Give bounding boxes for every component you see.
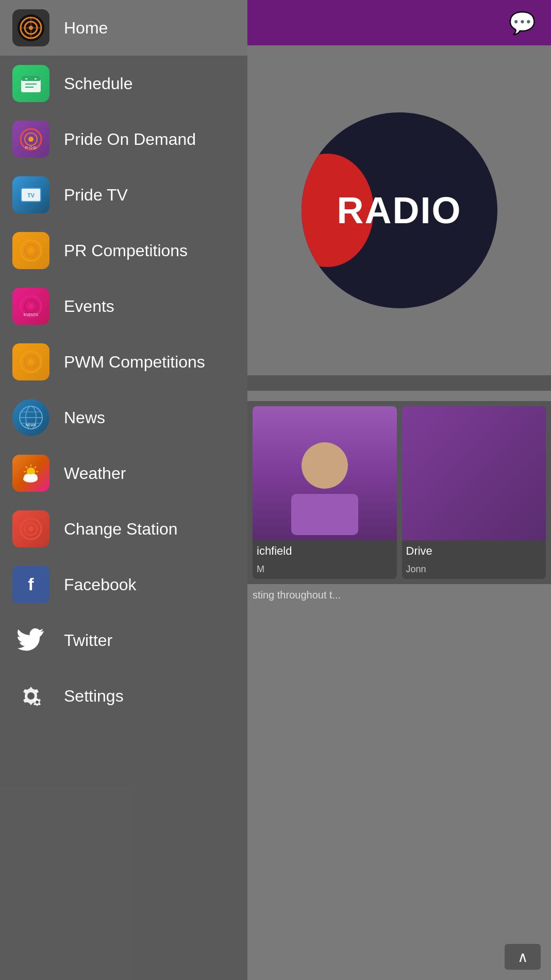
svg-line-42 — [35, 467, 36, 468]
svg-point-52 — [27, 692, 35, 700]
card-2-image — [402, 406, 546, 540]
menu-item-pwm-competitions[interactable]: PWM Competitions — [0, 334, 247, 390]
person-1-placeholder — [253, 406, 397, 540]
menu-label-weather: Weather — [64, 464, 126, 483]
menu-item-events[interactable]: EVENTS Events — [0, 278, 247, 334]
svg-text:TV: TV — [27, 192, 35, 198]
twitter-icon — [12, 622, 49, 659]
svg-text:NEWS: NEWS — [26, 423, 37, 427]
menu-label-events: Events — [64, 297, 114, 316]
svg-text:P·O·D: P·O·D — [25, 145, 37, 150]
menu-label-news: News — [64, 408, 105, 427]
divider — [247, 375, 551, 391]
menu-item-facebook[interactable]: f Facebook — [0, 557, 247, 612]
svg-point-14 — [28, 137, 34, 142]
card-2-host: Jonn — [402, 562, 546, 579]
scroll-up-button[interactable]: ∧ — [505, 944, 541, 970]
pr-competitions-icon — [12, 232, 49, 269]
svg-text:f: f — [28, 574, 34, 594]
change-station-icon — [12, 510, 49, 547]
svg-point-53 — [36, 701, 39, 704]
svg-point-24 — [28, 304, 34, 309]
svg-point-46 — [29, 474, 38, 481]
menu-item-weather[interactable]: Weather — [0, 445, 247, 501]
events-icon: EVENTS — [12, 288, 49, 325]
chat-icon[interactable]: 💬 — [509, 10, 536, 36]
events-svg: EVENTS — [19, 294, 43, 318]
menu-label-pr-competitions: PR Competitions — [64, 241, 188, 260]
radio-logo-area: RADIO — [247, 45, 551, 375]
facebook-icon: f — [12, 566, 49, 603]
menu-item-change-station[interactable]: Change Station — [0, 501, 247, 557]
card-2[interactable]: Drive Jonn — [402, 406, 546, 579]
station-svg — [19, 517, 43, 541]
menu-drawer: Home Schedule P·O·D Pride On Demand — [0, 0, 247, 980]
right-panel: 💬 RADIO ichfield M — [247, 0, 551, 980]
svg-line-40 — [26, 467, 27, 468]
menu-item-news[interactable]: NEWS News — [0, 390, 247, 445]
card-2-name: Drive — [402, 540, 546, 562]
bottom-text: sting throughout t... — [247, 584, 551, 606]
radio-text: RADIO — [337, 189, 462, 231]
settings-icon — [12, 677, 49, 715]
menu-label-change-station: Change Station — [64, 520, 178, 539]
home-app-svg — [18, 14, 44, 41]
card-1-time: M — [253, 562, 397, 579]
menu-label-facebook: Facebook — [64, 575, 137, 594]
svg-rect-7 — [21, 76, 41, 81]
pride-on-demand-icon: P·O·D — [12, 121, 49, 158]
card-1-name: ichfield — [253, 540, 397, 562]
menu-label-schedule: Schedule — [64, 74, 132, 93]
news-icon: NEWS — [12, 399, 49, 436]
twitter-svg — [15, 625, 46, 656]
facebook-svg: f — [19, 573, 43, 596]
cards-area: ichfield M Drive Jonn — [247, 401, 551, 584]
prcomp-svg — [19, 239, 43, 262]
menu-label-pride-tv: Pride TV — [64, 186, 128, 205]
menu-item-schedule[interactable]: Schedule — [0, 56, 247, 111]
card-1-image — [253, 406, 397, 540]
menu-item-pride-tv[interactable]: TV Pride TV — [0, 167, 247, 223]
news-svg: NEWS — [19, 406, 43, 429]
home-icon — [12, 9, 49, 46]
pwm-competitions-icon — [12, 343, 49, 380]
right-header: 💬 — [247, 0, 551, 45]
schedule-svg — [19, 72, 43, 95]
svg-text:EVENTS: EVENTS — [24, 313, 38, 317]
card-1[interactable]: ichfield M — [253, 406, 397, 579]
scroll-up-icon: ∧ — [517, 949, 528, 966]
radio-circle: RADIO — [302, 112, 497, 308]
pride-tv-icon: TV — [12, 176, 49, 213]
schedule-icon — [12, 65, 49, 102]
pwmcomp-svg — [19, 350, 43, 374]
weather-svg — [19, 461, 43, 485]
menu-label-settings: Settings — [64, 687, 124, 706]
menu-item-pr-competitions[interactable]: PR Competitions — [0, 223, 247, 278]
menu-label-home: Home — [64, 19, 108, 38]
menu-item-settings[interactable]: Settings — [0, 668, 247, 724]
menu-item-twitter[interactable]: Twitter — [0, 612, 247, 668]
weather-icon — [12, 455, 49, 492]
menu-item-pride-on-demand[interactable]: P·O·D Pride On Demand — [0, 111, 247, 167]
menu-item-home[interactable]: Home — [0, 0, 247, 56]
pod-svg: P·O·D — [19, 127, 43, 151]
menu-label-twitter: Twitter — [64, 631, 112, 650]
menu-label-pride-on-demand: Pride On Demand — [64, 130, 196, 149]
settings-svg — [16, 682, 45, 710]
menu-label-pwm-competitions: PWM Competitions — [64, 353, 205, 372]
pridetv-svg: TV — [19, 183, 43, 207]
